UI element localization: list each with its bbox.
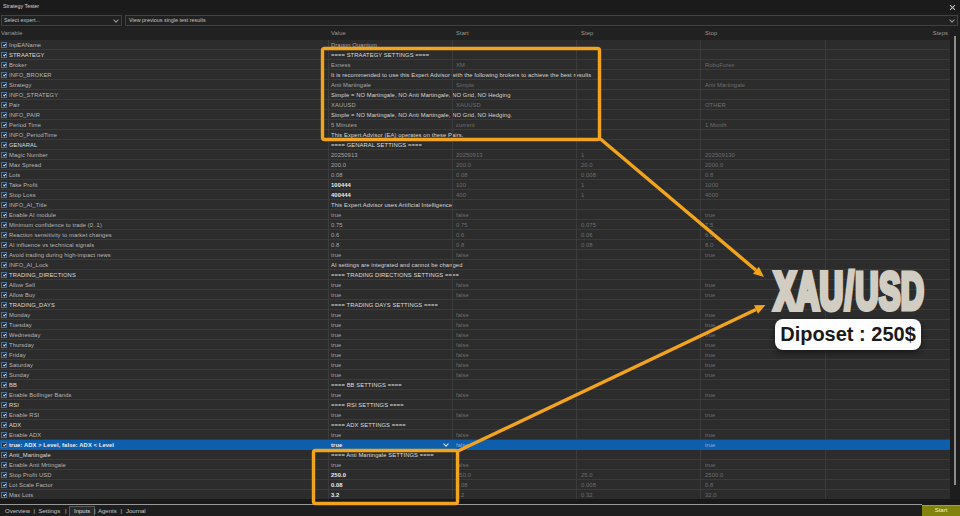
- svg-text:XAU/USD: XAU/USD: [774, 262, 924, 319]
